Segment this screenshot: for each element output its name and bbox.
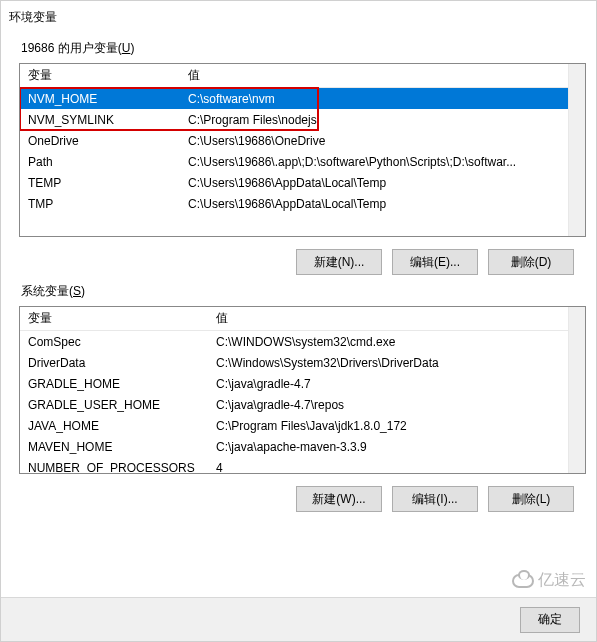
cell-name: OneDrive: [20, 134, 184, 148]
table-row[interactable]: JAVA_HOME C:\Program Files\Java\jdk1.8.0…: [20, 415, 585, 436]
cell-value: C:\java\apache-maven-3.3.9: [212, 440, 585, 454]
cell-name: NUMBER_OF_PROCESSORS: [20, 461, 212, 475]
table-row[interactable]: MAVEN_HOME C:\java\apache-maven-3.3.9: [20, 436, 585, 457]
new-button[interactable]: 新建(N)...: [296, 249, 382, 275]
cell-name: DriverData: [20, 356, 212, 370]
user-vars-label-prefix: 19686 的用户变量(: [21, 41, 122, 55]
cell-value: C:\Users\19686\AppData\Local\Temp: [184, 176, 585, 190]
cell-name: GRADLE_HOME: [20, 377, 212, 391]
col-header-value[interactable]: 值: [184, 67, 585, 84]
sys-vars-header: 变量 值: [20, 307, 585, 331]
table-row[interactable]: DriverData C:\Windows\System32\Drivers\D…: [20, 352, 585, 373]
cell-name: TMP: [20, 197, 184, 211]
cell-value: C:\Users\19686\.app\;D:\software\Python\…: [184, 155, 585, 169]
cell-value: 4: [212, 461, 585, 475]
sys-vars-rows: ComSpec C:\WINDOWS\system32\cmd.exe Driv…: [20, 331, 585, 474]
edit-button[interactable]: 编辑(E)...: [392, 249, 478, 275]
ok-button[interactable]: 确定: [520, 607, 580, 633]
cell-value: C:\WINDOWS\system32\cmd.exe: [212, 335, 585, 349]
env-vars-dialog: 环境变量 19686 的用户变量(U) 变量 值 NVM_HOME C:\sof…: [0, 0, 597, 642]
table-row[interactable]: GRADLE_USER_HOME C:\java\gradle-4.7\repo…: [20, 394, 585, 415]
sys-vars-label: 系统变量(S): [21, 283, 586, 300]
sys-vars-label-prefix: 系统变量(: [21, 284, 73, 298]
table-row[interactable]: ComSpec C:\WINDOWS\system32\cmd.exe: [20, 331, 585, 352]
cell-name: TEMP: [20, 176, 184, 190]
cell-value: C:\Users\19686\OneDrive: [184, 134, 585, 148]
new-button[interactable]: 新建(W)...: [296, 486, 382, 512]
table-row[interactable]: NVM_SYMLINK C:\Program Files\nodejs: [20, 109, 585, 130]
col-header-value[interactable]: 值: [212, 310, 585, 327]
table-row[interactable]: NVM_HOME C:\software\nvm: [20, 88, 585, 109]
cell-name: JAVA_HOME: [20, 419, 212, 433]
table-row[interactable]: TMP C:\Users\19686\AppData\Local\Temp: [20, 193, 585, 214]
cell-name: ComSpec: [20, 335, 212, 349]
user-vars-listbox[interactable]: 变量 值 NVM_HOME C:\software\nvm NVM_SYMLIN…: [19, 63, 586, 237]
cell-name: NVM_HOME: [20, 92, 184, 106]
sys-vars-hotkey: S: [73, 284, 81, 298]
cell-name: MAVEN_HOME: [20, 440, 212, 454]
table-row[interactable]: TEMP C:\Users\19686\AppData\Local\Temp: [20, 172, 585, 193]
user-vars-section: 19686 的用户变量(U) 变量 值 NVM_HOME C:\software…: [19, 40, 586, 275]
col-header-name[interactable]: 变量: [20, 67, 184, 84]
sys-vars-listbox[interactable]: 变量 值 ComSpec C:\WINDOWS\system32\cmd.exe…: [19, 306, 586, 474]
cell-value: C:\Users\19686\AppData\Local\Temp: [184, 197, 585, 211]
dialog-bottom-bar: 确定: [1, 597, 596, 641]
sys-vars-buttons: 新建(W)... 编辑(I)... 删除(L): [19, 486, 574, 512]
cell-name: Path: [20, 155, 184, 169]
table-row[interactable]: OneDrive C:\Users\19686\OneDrive: [20, 130, 585, 151]
col-header-name[interactable]: 变量: [20, 310, 212, 327]
dialog-title: 环境变量: [1, 9, 596, 32]
sys-vars-section: 系统变量(S) 变量 值 ComSpec C:\WINDOWS\system32…: [19, 283, 586, 512]
user-vars-buttons: 新建(N)... 编辑(E)... 删除(D): [19, 249, 574, 275]
cell-name: GRADLE_USER_HOME: [20, 398, 212, 412]
table-row[interactable]: NUMBER_OF_PROCESSORS 4: [20, 457, 585, 474]
delete-button[interactable]: 删除(L): [488, 486, 574, 512]
edit-button[interactable]: 编辑(I)...: [392, 486, 478, 512]
cell-value: C:\Program Files\nodejs: [184, 113, 585, 127]
watermark-text: 亿速云: [538, 570, 586, 591]
scrollbar[interactable]: [568, 307, 585, 473]
cell-value: C:\Windows\System32\Drivers\DriverData: [212, 356, 585, 370]
table-row[interactable]: Path C:\Users\19686\.app\;D:\software\Py…: [20, 151, 585, 172]
sys-vars-label-suffix: ): [81, 284, 85, 298]
user-vars-header: 变量 值: [20, 64, 585, 88]
delete-button[interactable]: 删除(D): [488, 249, 574, 275]
scrollbar[interactable]: [568, 64, 585, 236]
cloud-icon: [512, 574, 534, 588]
user-vars-label-suffix: ): [130, 41, 134, 55]
cell-value: C:\java\gradle-4.7: [212, 377, 585, 391]
cell-value: C:\java\gradle-4.7\repos: [212, 398, 585, 412]
table-row[interactable]: GRADLE_HOME C:\java\gradle-4.7: [20, 373, 585, 394]
user-vars-label: 19686 的用户变量(U): [21, 40, 586, 57]
watermark: 亿速云: [512, 570, 586, 591]
user-vars-rows: NVM_HOME C:\software\nvm NVM_SYMLINK C:\…: [20, 88, 585, 214]
cell-name: NVM_SYMLINK: [20, 113, 184, 127]
cell-value: C:\Program Files\Java\jdk1.8.0_172: [212, 419, 585, 433]
cell-value: C:\software\nvm: [184, 92, 585, 106]
